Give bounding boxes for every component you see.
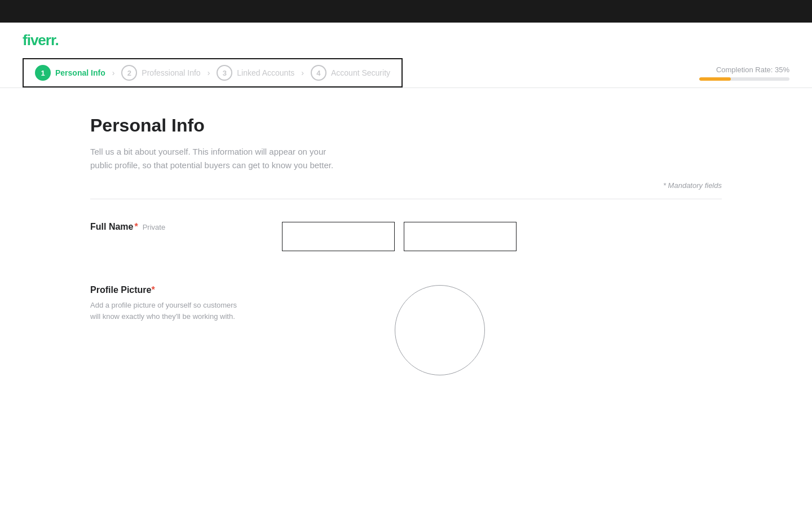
step-3-circle: 3 [217, 65, 232, 81]
step-4[interactable]: 4 Account Security [311, 65, 390, 81]
step-1[interactable]: 1 Personal Info [35, 65, 105, 81]
subtitle-line1: Tell us a bit about yourself. This infor… [90, 147, 326, 156]
logo[interactable]: fiverr. [23, 32, 59, 49]
section-divider [90, 199, 722, 199]
full-name-label-section: Full Name*Private [90, 222, 282, 232]
step-4-number: 4 [316, 69, 320, 77]
step-3-number: 3 [223, 69, 227, 77]
step-2-label: Professional Info [142, 68, 200, 77]
step-1-label: Personal Info [55, 68, 105, 77]
step-2-number: 2 [127, 69, 131, 77]
first-name-input[interactable] [282, 222, 395, 251]
step-2[interactable]: 2 Professional Info [121, 65, 200, 81]
step-2-circle: 2 [121, 65, 137, 81]
step-1-circle: 1 [35, 65, 51, 81]
profile-picture-row: Profile Picture* Add a profile picture o… [90, 285, 722, 375]
logo-text: fiverr [23, 32, 55, 49]
full-name-required-star: * [134, 222, 138, 231]
chevron-2-icon: › [208, 68, 210, 77]
step-1-number: 1 [41, 69, 45, 77]
profile-pic-required-star: * [151, 285, 155, 295]
step-4-label: Account Security [331, 68, 390, 77]
profile-pic-label-section: Profile Picture* Add a profile picture o… [90, 285, 282, 322]
last-name-input[interactable] [404, 222, 517, 251]
full-name-row: Full Name*Private [90, 222, 722, 251]
top-bar [0, 0, 812, 23]
subtitle-line2: public profile, so that potential buyers… [90, 160, 333, 170]
page-subtitle: Tell us a bit about yourself. This infor… [90, 145, 361, 172]
completion-rate: Completion Rate: 35% [699, 65, 789, 81]
mandatory-note: * Mandatory fields [90, 181, 722, 190]
main-content: Personal Info Tell us a bit about yourse… [68, 88, 744, 402]
stepper-section: 1 Personal Info › 2 Professional Info › … [0, 58, 812, 88]
step-4-circle: 4 [311, 65, 326, 81]
chevron-3-icon: › [301, 68, 304, 77]
progress-bar-container [699, 77, 789, 81]
logo-dot: . [55, 32, 59, 49]
page-title: Personal Info [90, 115, 722, 136]
step-3-label: Linked Accounts [237, 68, 294, 77]
private-tag: Private [143, 223, 165, 231]
full-name-inputs [282, 222, 722, 251]
profile-pic-desc: Add a profile picture of yourself so cus… [90, 300, 248, 322]
chevron-1-icon: › [112, 68, 115, 77]
full-name-label: Full Name*Private [90, 222, 165, 231]
progress-bar-fill [699, 77, 731, 81]
profile-pic-upload[interactable] [395, 285, 485, 375]
step-3[interactable]: 3 Linked Accounts [217, 65, 294, 81]
completion-label: Completion Rate: 35% [716, 65, 789, 74]
stepper-nav: 1 Personal Info › 2 Professional Info › … [23, 58, 403, 87]
header: fiverr. [0, 23, 812, 58]
profile-pic-label: Profile Picture* [90, 285, 282, 295]
